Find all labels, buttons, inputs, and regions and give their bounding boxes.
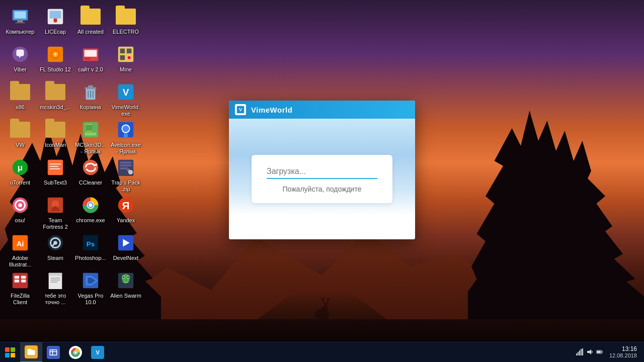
taskbar-files[interactable] [42,342,64,363]
icon-label-x86: x86 [16,104,25,111]
svg-rect-18 [50,11,61,19]
desktop-icon-licecap[interactable]: LICEcap [38,3,73,40]
desktop-icon-develnext[interactable]: DevelNext [108,229,143,266]
svg-rect-112 [576,353,577,355]
desktop-icon-vw[interactable]: VW [3,116,38,153]
svg-line-12 [328,298,330,301]
svg-text:μ: μ [18,163,23,172]
icon-label-electro: ELECTRO [113,29,139,35]
desktop-icon-electro[interactable]: ELECTRO [108,3,143,40]
icon-label-subtext3: SubText3 [44,179,67,186]
svg-text:Я: Я [122,200,129,211]
icon-label-licecap: LICEcap [45,29,66,35]
clock-time: 13:16 [622,345,637,352]
svg-rect-16 [16,22,25,23]
svg-rect-60 [120,162,132,164]
desktop-icon-yandex[interactable]: Я Yandex [108,191,143,229]
desktop-icon-utorrent[interactable]: μ uTorrent [3,153,38,191]
dialog-titlebar: V VimeWorld [229,101,415,119]
desktop-icon-osu[interactable]: osu! [3,191,38,229]
taskbar: V [0,342,644,362]
vimeworld-dialog: V VimeWorld Пожалуйста, подождите [229,101,415,239]
windows-start-icon [5,347,15,357]
start-button[interactable] [0,342,20,363]
desktop-icon-mine[interactable]: Mine [108,40,143,78]
desktop-icon-tf2[interactable]: Team Fortress 2 [38,191,73,229]
icon-label-filezilla: FileZilla Client [5,293,36,306]
desktop-icon-steam[interactable]: Steam [38,229,73,266]
svg-rect-87 [21,276,26,279]
desktop-icon-vegas[interactable]: Vegas Pro 10.0 [73,266,108,304]
taskbar-vimeworld[interactable]: V [87,342,109,363]
svg-rect-32 [120,55,125,60]
system-tray: 13:16 12.08.2018 [571,345,644,359]
taskbar-explorer[interactable] [20,342,42,363]
desktop-icon-alien[interactable]: Alien Swarm [108,266,143,304]
desktop-icon-tebe[interactable]: тебе это точно ... [38,266,73,304]
icon-label-vw: VW [16,142,25,148]
icon-label-vegas: Vegas Pro 10.0 [75,293,106,306]
svg-rect-113 [578,352,579,355]
sound-tray-icon[interactable] [585,347,594,356]
svg-rect-93 [51,282,57,283]
desktop-icon-site[interactable]: сайт v 2.0 [73,40,108,78]
desktop-icon-chrome[interactable]: chrome.exe [73,191,108,229]
loading-input [267,165,377,179]
svg-text:V: V [96,349,100,355]
icon-label-tebe: тебе это точно ... [40,293,71,306]
svg-rect-119 [597,351,601,353]
svg-rect-91 [51,278,60,279]
svg-rect-1 [317,317,319,324]
desktop-icon-vimeworld[interactable]: V VimeWorld.exe [108,78,143,116]
svg-rect-88 [21,280,26,283]
svg-line-10 [323,298,324,301]
desktop-icon-fl-studio[interactable]: FL Studio 12 [38,40,73,78]
svg-line-8 [326,301,328,305]
svg-rect-2 [320,318,322,324]
svg-rect-114 [579,350,580,355]
svg-rect-45 [86,125,93,131]
svg-rect-85 [15,276,19,279]
deer-silhouette [307,287,337,327]
network-tray-icon[interactable] [575,347,584,356]
desktop-icon-photoshop[interactable]: Ps Photoshop... [73,229,108,266]
svg-rect-50 [124,134,128,138]
icon-label-chrome: chrome.exe [76,217,105,224]
desktop-icon-mcskin3d[interactable]: mcskin3d_... [38,78,73,116]
taskbar-chrome[interactable] [64,342,87,363]
desktop-icon-x86[interactable]: x86 [3,78,38,116]
svg-rect-28 [85,58,90,60]
desktop-icon-trash[interactable]: Корзина [73,78,108,116]
desktop-icon-viber[interactable]: Viber [3,40,38,78]
icon-label-viber: Viber [14,66,26,73]
svg-point-66 [18,203,22,207]
icon-label-site: сайт v 2.0 [78,66,103,73]
desktop-icon-ccleaner[interactable]: CCleaner [73,153,108,191]
desktop-icon-komputer[interactable]: Компьютер [3,3,38,40]
desktop-icon-ai[interactable]: Ai Adobe Illustrat... [3,229,38,266]
vimeworld-icon: V [235,104,246,115]
desktop-icon-trapspack[interactable]: Trap's Pack .zip [108,153,143,191]
svg-rect-30 [120,49,125,54]
svg-rect-62 [120,167,128,169]
desktop-icon-filezilla[interactable]: FileZilla Client [3,266,38,304]
svg-text:Ps: Ps [87,240,95,248]
system-clock[interactable]: 13:16 12.08.2018 [606,345,640,359]
svg-text:V: V [239,107,243,112]
svg-rect-54 [50,163,61,164]
icon-label-mcskin3d: mcskin3d_... [40,104,71,111]
desktop-icon-mcskin3d2[interactable]: MCSkin3D... - Ярлык [73,116,108,153]
svg-rect-105 [50,349,57,355]
battery-tray-icon[interactable] [595,347,604,356]
icon-label-steam: Steam [47,255,63,261]
desktop-icon-avelcon[interactable]: Avelcon.exe - Ярлык [108,116,143,153]
svg-point-110 [74,351,77,353]
svg-point-63 [129,170,133,174]
svg-text:Ai: Ai [16,239,24,248]
desktop-icon-iconman[interactable]: IconMan [38,116,73,153]
dialog-title: VimeWorld [251,106,292,114]
desktop-icon-subtext3[interactable]: SubText3 [38,153,73,191]
svg-rect-86 [15,280,19,283]
desktop-icon-all-created[interactable]: All created [73,3,108,40]
svg-rect-37 [88,85,93,88]
